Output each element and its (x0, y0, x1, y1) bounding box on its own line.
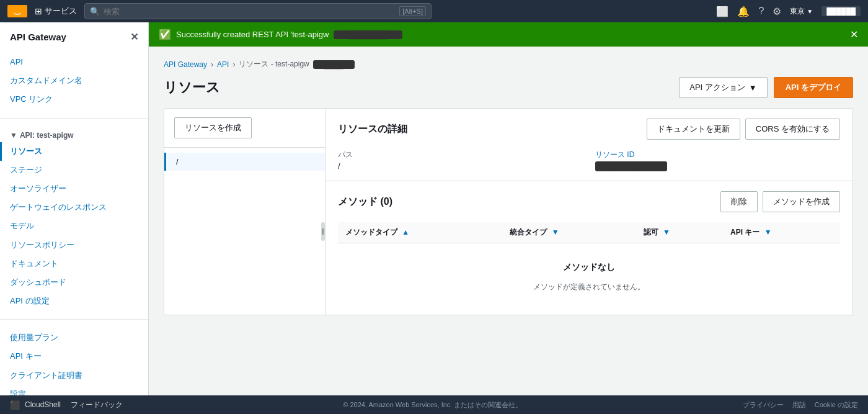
sidebar-item-dashboard[interactable]: ダッシュボード (0, 273, 148, 292)
sidebar-item-authorizers[interactable]: オーソライザー (0, 179, 148, 198)
breadcrumb-masked-id: ████ (313, 60, 355, 69)
col-authorization[interactable]: 認可 ▼ (636, 222, 723, 243)
resource-tree: / (164, 148, 325, 176)
enable-cors-button[interactable]: CORS を有効にする (745, 119, 840, 140)
sort-asc-icon: ▲ (402, 228, 409, 236)
header-actions: API アクション ▼ API をデプロイ (679, 77, 853, 98)
sidebar-item-vpc-link[interactable]: VPC リンク (0, 90, 148, 109)
methods-table: メソッドタイプ ▲ 統合タイプ ▼ 認可 ▼ (338, 222, 840, 305)
sidebar-api-section: ▼ API: test-apigw リソース ステージ オーソライザー ゲートウ… (0, 124, 148, 315)
api-actions-button[interactable]: API アクション ▼ (679, 77, 767, 98)
svg-rect-1 (22, 9, 24, 12)
resource-detail-grid: パス / リソース ID ████████ (338, 150, 840, 171)
resource-id-label[interactable]: リソース ID (595, 150, 840, 160)
methods-empty-title: メソッドなし (338, 243, 840, 279)
close-banner-button[interactable]: ✕ (850, 29, 858, 40)
sidebar-bottom-section: 使用量プラン API キー クライアント証明書 設定 (0, 325, 148, 395)
chevron-down-icon: ▼ (749, 83, 757, 92)
resource-id-masked: ████████ (595, 161, 667, 171)
resource-details-actions: ドキュメントを更新 CORS を有効にする (647, 119, 840, 140)
sidebar-divider-2 (0, 319, 148, 320)
main-content: ✅ Successfully created REST API 'test-ap… (149, 22, 868, 395)
sidebar-item-api-settings[interactable]: API の設定 (0, 292, 148, 310)
sidebar-item-gateway-responses[interactable]: ゲートウェイのレスポンス (0, 198, 148, 217)
close-sidebar-button[interactable]: ✕ (130, 31, 138, 43)
sidebar-item-client-certs[interactable]: クライアント証明書 (0, 366, 148, 385)
success-icon: ✅ (159, 29, 171, 40)
chevron-down-icon: ▼ (807, 8, 813, 15)
sidebar-item-api-keys[interactable]: API キー (0, 347, 148, 366)
svg-rect-0 (11, 9, 13, 12)
methods-actions: 削除 メソッドを作成 (720, 191, 840, 212)
resource-details-title: リソースの詳細 (338, 123, 407, 136)
col-integration-type[interactable]: 統合タイプ ▼ (502, 222, 636, 243)
page-title: リソース (164, 78, 220, 97)
sidebar-api-group: ▼ API: test-apigw (0, 127, 148, 142)
gear-icon[interactable]: ⚙ (773, 6, 781, 17)
breadcrumb-api-gateway[interactable]: API Gateway (164, 60, 207, 69)
col-method-type[interactable]: メソッドタイプ ▲ (338, 222, 502, 243)
sidebar-item-resources[interactable]: リソース (0, 142, 148, 161)
breadcrumb-resources: リソース - test-apigw (239, 59, 309, 70)
resource-id-field: リソース ID ████████ (595, 150, 840, 171)
methods-title: メソッド (0) (338, 196, 392, 209)
search-shortcut: [Alt+S] (399, 6, 426, 16)
sidebar-item-resource-policy[interactable]: リソースポリシー (0, 236, 148, 254)
sidebar-header: API Gateway ✕ (0, 22, 148, 49)
chevron-down-icon: ▼ (10, 131, 17, 140)
content-area: API Gateway › API › リソース - test-apigw ██… (149, 47, 868, 395)
screen-icon[interactable]: ⬜ (716, 6, 728, 17)
sidebar-item-settings[interactable]: 設定 (0, 385, 148, 395)
bell-icon[interactable]: 🔔 (737, 6, 750, 17)
success-message: Successfully created REST API 'test-apig… (176, 30, 329, 39)
breadcrumb: API Gateway › API › リソース - test-apigw ██… (164, 59, 853, 70)
nav-icons: ⬜ 🔔 ? ⚙ 東京 ▼ ██████ (716, 6, 861, 17)
top-navigation: ⊞ サービス 🔍 [Alt+S] ⬜ 🔔 ? ⚙ 東京 ▼ ██████ (0, 0, 868, 22)
methods-empty-subtitle: メソッドが定義されていません。 (338, 279, 840, 305)
sidebar-item-documentation[interactable]: ドキュメント (0, 254, 148, 273)
sidebar-item-api[interactable]: API (0, 53, 148, 71)
main-layout: API Gateway ✕ API カスタムドメイン名 VPC リンク ▼ AP… (0, 22, 868, 395)
create-method-button[interactable]: メソッドを作成 (763, 191, 840, 212)
resource-details-section: リソースの詳細 ドキュメントを更新 CORS を有効にする パス / (326, 109, 852, 181)
aws-logo (7, 5, 27, 17)
breadcrumb-sep-1: › (211, 60, 213, 69)
update-doc-button[interactable]: ドキュメントを更新 (647, 119, 740, 140)
sort-icon-2: ▼ (663, 228, 670, 236)
breadcrumb-sep-2: › (232, 60, 235, 69)
col-api-key[interactable]: API キー ▼ (723, 222, 840, 243)
root-resource-item[interactable]: / (164, 153, 325, 171)
search-bar[interactable]: 🔍 [Alt+S] (84, 3, 432, 19)
resources-panel: リソースを作成 / ‖ リソースの詳細 (164, 108, 853, 315)
sidebar-title: API Gateway (10, 32, 66, 42)
deploy-api-button[interactable]: API をデプロイ (774, 77, 853, 98)
sidebar-item-stages[interactable]: ステージ (0, 161, 148, 179)
page-header: リソース API アクション ▼ API をデプロイ (164, 77, 853, 98)
resize-handle[interactable]: ‖ (321, 222, 325, 241)
resource-detail-pane: リソースの詳細 ドキュメントを更新 CORS を有効にする パス / (326, 109, 852, 315)
resource-tree-content: / ‖ (164, 148, 325, 315)
create-resource-button[interactable]: リソースを作成 (174, 117, 252, 138)
methods-section: メソッド (0) 削除 メソッドを作成 メソッドタイプ (326, 181, 852, 315)
resource-details-header: リソースの詳細 ドキュメントを更新 CORS を有効にする (338, 119, 840, 140)
search-icon: 🔍 (90, 7, 100, 16)
sidebar-item-custom-domain[interactable]: カスタムドメイン名 (0, 71, 148, 90)
breadcrumb-api[interactable]: API (217, 60, 229, 69)
path-label: パス (338, 150, 583, 160)
sidebar-item-models[interactable]: モデル (0, 217, 148, 235)
delete-method-button[interactable]: 削除 (720, 191, 758, 212)
banner-masked-id: ████████ (334, 30, 402, 39)
user-menu[interactable]: ██████ (822, 6, 861, 16)
sidebar-top-section: API カスタムドメイン名 VPC リンク (0, 49, 148, 113)
left-pane-header: リソースを作成 (164, 109, 325, 148)
sidebar: API Gateway ✕ API カスタムドメイン名 VPC リンク ▼ AP… (0, 22, 149, 395)
help-icon[interactable]: ? (758, 6, 764, 17)
sort-icon-3: ▼ (764, 228, 772, 236)
region-selector[interactable]: 東京 ▼ (790, 6, 813, 17)
success-banner: ✅ Successfully created REST API 'test-ap… (149, 22, 868, 47)
sidebar-divider (0, 118, 148, 119)
services-menu[interactable]: ⊞ サービス (35, 6, 77, 17)
path-value: / (338, 161, 583, 171)
search-input[interactable] (104, 7, 396, 16)
sidebar-item-usage-plans[interactable]: 使用量プラン (0, 328, 148, 347)
